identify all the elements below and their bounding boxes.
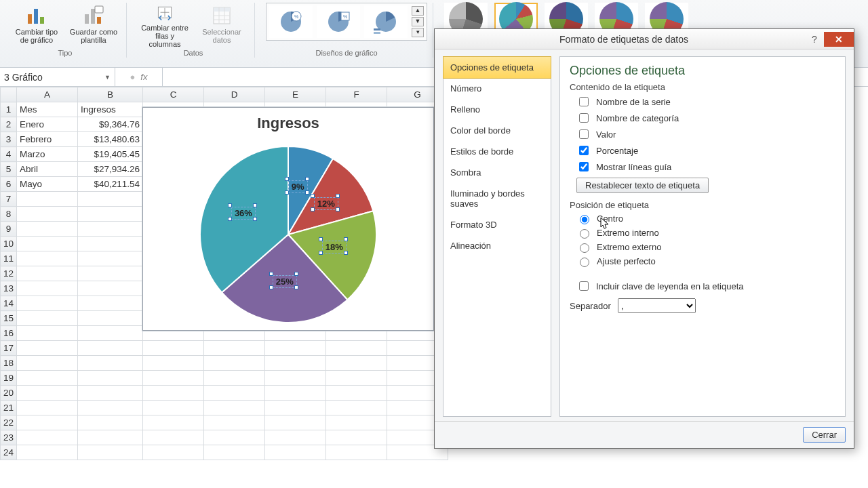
col-header[interactable]: D	[204, 87, 265, 102]
layout-option-3[interactable]	[364, 5, 408, 38]
layout-option-2[interactable]: %	[317, 5, 360, 38]
dialog-nav-item[interactable]: Relleno	[443, 99, 551, 120]
gallery-scroll[interactable]: ▲ ▼ ▾	[412, 6, 424, 37]
embedded-chart[interactable]: Ingresos 9%12%18%25%36%	[142, 107, 434, 331]
radio-input[interactable]	[580, 215, 589, 224]
row-header[interactable]: 23	[1, 430, 17, 445]
cell[interactable]: $9,364.76	[78, 117, 143, 132]
name-box[interactable]: 3 Gráfico ▼	[0, 68, 115, 86]
checkbox-input[interactable]	[579, 146, 589, 155]
label-position-radio[interactable]: Centro	[576, 213, 835, 224]
row-header[interactable]: 20	[1, 386, 17, 401]
dialog-nav-item[interactable]: Opciones de etiqueta	[443, 56, 551, 79]
radio-input[interactable]	[580, 243, 589, 253]
dialog-nav-item[interactable]: Formato 3D	[443, 214, 551, 235]
row-header[interactable]: 4	[1, 147, 17, 162]
row-header[interactable]: 6	[1, 177, 17, 192]
row-header[interactable]: 12	[1, 266, 17, 281]
label-content-checkbox[interactable]: Porcentaje	[576, 144, 835, 157]
label-position-radio[interactable]: Extremo interno	[576, 227, 835, 239]
row-header[interactable]: 2	[1, 117, 17, 132]
radio-input[interactable]	[580, 229, 589, 239]
row-header[interactable]: 3	[1, 132, 17, 147]
cell[interactable]: Abril	[17, 162, 78, 177]
format-data-labels-dialog[interactable]: Formato de etiquetas de datos ? ✕ Opcion…	[434, 28, 854, 449]
layout-option-1[interactable]: %	[269, 5, 313, 38]
name-box-dropdown-icon[interactable]: ▼	[104, 74, 111, 81]
data-label[interactable]: 25%	[273, 276, 296, 287]
label-content-checkbox[interactable]: Mostrar líneas guía	[576, 160, 835, 174]
label-position-radio[interactable]: Extremo externo	[576, 241, 835, 253]
dialog-nav-item[interactable]: Sombra	[443, 162, 551, 183]
gallery-more[interactable]: ▾	[412, 28, 424, 37]
data-label[interactable]: 12%	[315, 198, 338, 209]
col-header[interactable]: B	[78, 87, 143, 102]
select-all-corner[interactable]	[1, 87, 17, 102]
cell[interactable]: Enero	[17, 117, 78, 132]
row-header[interactable]: 9	[1, 222, 17, 237]
row-header[interactable]: 18	[1, 356, 17, 371]
dialog-close-footer-button[interactable]: Cerrar	[803, 427, 846, 443]
checkbox-input[interactable]	[579, 113, 589, 123]
cell[interactable]: $19,405.45	[78, 147, 143, 162]
cell[interactable]: Ingresos	[78, 102, 143, 117]
row-header[interactable]: 15	[1, 311, 17, 326]
dialog-nav-item[interactable]: Estilos de borde	[443, 141, 551, 162]
dialog-nav-item[interactable]: Alineación	[443, 235, 551, 256]
data-label[interactable]: 9%	[289, 181, 307, 192]
save-as-template-button[interactable]: Guardar como plantilla	[66, 3, 121, 49]
fx-area[interactable]: ● fx	[115, 68, 163, 86]
gallery-scroll-up[interactable]: ▲	[412, 6, 424, 16]
row-header[interactable]: 16	[1, 326, 17, 341]
change-chart-type-button[interactable]: Cambiar tipo de gráfico	[9, 3, 64, 49]
row-header[interactable]: 13	[1, 281, 17, 296]
cell[interactable]: $27,934.26	[78, 162, 143, 177]
row-header[interactable]: 19	[1, 371, 17, 386]
switch-row-col-button[interactable]: Cambiar entre filas y columnas	[138, 3, 192, 49]
label-content-checkbox[interactable]: Nombre de categoría	[576, 111, 835, 125]
checkbox-input[interactable]	[579, 129, 589, 139]
data-label[interactable]: 18%	[323, 241, 346, 253]
dialog-help-button[interactable]: ?	[805, 32, 824, 47]
checkbox-input[interactable]	[579, 97, 589, 106]
row-header[interactable]: 22	[1, 415, 17, 430]
label-content-checkbox[interactable]: Nombre de la serie	[576, 95, 835, 108]
cell[interactable]: Mes	[17, 102, 78, 117]
cell[interactable]: Mayo	[17, 177, 78, 192]
row-header[interactable]: 5	[1, 162, 17, 177]
row-header[interactable]: 1	[1, 102, 17, 117]
row-header[interactable]: 8	[1, 207, 17, 222]
radio-input[interactable]	[580, 258, 589, 267]
select-data-button[interactable]: Seleccionar datos	[195, 3, 249, 49]
col-header[interactable]: E	[265, 87, 326, 102]
dialog-close-button[interactable]: ✕	[824, 32, 854, 47]
col-header[interactable]: F	[326, 87, 387, 102]
dialog-nav-item[interactable]: Color del borde	[443, 120, 551, 141]
label-position-radio[interactable]: Ajuste perfecto	[576, 256, 835, 267]
chart-title[interactable]: Ingresos	[143, 115, 433, 132]
dialog-titlebar[interactable]: Formato de etiquetas de datos ? ✕	[435, 29, 854, 49]
dialog-nav-item[interactable]: Número	[443, 78, 551, 99]
row-header[interactable]: 21	[1, 401, 17, 415]
separator-select[interactable]: ,	[618, 298, 696, 313]
row-header[interactable]: 17	[1, 341, 17, 356]
dialog-nav-item[interactable]: Iluminado y bordes suaves	[443, 183, 551, 214]
cell[interactable]: $13,480.63	[78, 132, 143, 147]
cell[interactable]: $40,211.54	[78, 177, 143, 192]
cell[interactable]: Marzo	[17, 147, 78, 162]
checkbox-input[interactable]	[579, 162, 589, 171]
legend-key-checkbox[interactable]: Incluir clave de leyenda en la etiqueta	[576, 279, 835, 293]
label-content-checkbox[interactable]: Valor	[576, 127, 835, 141]
cell[interactable]: Febrero	[17, 132, 78, 147]
legend-key-input[interactable]	[579, 281, 589, 291]
row-header[interactable]: 10	[1, 237, 17, 251]
col-header[interactable]: C	[143, 87, 204, 102]
col-header[interactable]: A	[17, 87, 78, 102]
fx-cancel-icon[interactable]: ●	[130, 72, 136, 82]
chart-layout-gallery[interactable]: % % ▲ ▼ ▾	[266, 3, 427, 41]
row-header[interactable]: 14	[1, 296, 17, 311]
row-header[interactable]: 11	[1, 251, 17, 266]
row-header[interactable]: 7	[1, 192, 17, 207]
row-header[interactable]: 24	[1, 445, 17, 460]
pie-chart[interactable]: 9%12%18%25%36%	[190, 136, 387, 333]
